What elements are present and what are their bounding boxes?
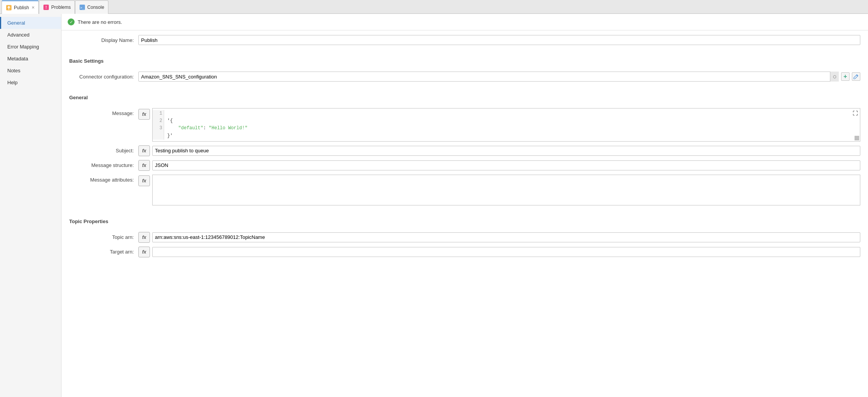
connector-config-controls: Amazon_SNS_SNS_configuration ▲▼ + <box>138 72 860 82</box>
tab-publish-label: Publish <box>14 5 29 10</box>
code-content: 1 2 3 '{ "default": "Hello World!" }' <box>153 108 860 141</box>
display-name-label: Display Name: <box>69 37 138 43</box>
subject-input[interactable] <box>152 146 860 156</box>
problems-tab-icon: ! <box>43 4 49 10</box>
basic-settings-section: Connector configuration: Amazon_SNS_SNS_… <box>62 67 868 90</box>
message-structure-label: Message structure: <box>69 162 138 168</box>
status-ok-icon: ✓ <box>68 18 75 25</box>
target-arn-fx-button[interactable]: fx <box>138 247 150 257</box>
add-connector-button[interactable]: + <box>841 72 850 81</box>
target-arn-row: Target arn: fx <box>69 247 860 257</box>
message-fx-button[interactable]: fx <box>138 109 150 120</box>
topic-arn-fx-button[interactable]: fx <box>138 232 150 243</box>
subject-row: Subject: fx <box>69 145 860 156</box>
topic-properties-title: Topic Properties <box>69 219 860 224</box>
sidebar-item-general[interactable]: General <box>0 17 61 29</box>
sidebar-item-notes[interactable]: Notes <box>0 65 61 77</box>
tab-publish-close[interactable]: ✕ <box>32 5 35 10</box>
target-arn-label: Target arn: <box>69 249 138 255</box>
sidebar-item-metadata[interactable]: Metadata <box>0 53 61 65</box>
line-numbers: 1 2 3 <box>153 110 164 140</box>
console-tab-icon: >_ <box>79 4 85 10</box>
svg-text:>_: >_ <box>80 6 85 10</box>
subject-label: Subject: <box>69 148 138 153</box>
message-structure-row: Message structure: fx <box>69 160 860 171</box>
status-bar: ✓ There are no errors. <box>62 14 868 30</box>
tab-console-label: Console <box>87 5 104 10</box>
svg-text:!: ! <box>46 5 47 10</box>
message-structure-fx-button[interactable]: fx <box>138 160 150 171</box>
subject-fx-button[interactable]: fx <box>138 145 150 156</box>
message-attributes-label: Message attributes: <box>69 175 138 183</box>
message-code-editor[interactable]: 1 2 3 '{ "default": "Hello World!" }' <box>152 108 860 142</box>
resize-handle[interactable] <box>855 136 859 140</box>
expand-icon[interactable] <box>852 110 858 118</box>
tab-bar: Publish ✕ ! Problems >_ Console <box>0 0 868 14</box>
message-attributes-row: Message attributes: fx <box>69 175 860 205</box>
topic-arn-row: Topic arn: fx <box>69 232 860 243</box>
message-attributes-input[interactable] <box>152 175 860 205</box>
connector-config-label: Connector configuration: <box>69 74 138 80</box>
target-arn-input[interactable] <box>152 247 860 257</box>
tab-publish[interactable]: Publish ✕ <box>2 0 39 14</box>
basic-settings-title: Basic Settings <box>69 58 860 64</box>
tab-console[interactable]: >_ Console <box>75 0 108 14</box>
display-name-row: Display Name: <box>69 35 860 45</box>
sidebar-item-advanced[interactable]: Advanced <box>0 29 61 41</box>
general-section: Message: fx 1 2 3 '{ "default": "Hello W… <box>62 103 868 214</box>
connector-config-select[interactable]: Amazon_SNS_SNS_configuration <box>138 72 839 82</box>
edit-connector-button[interactable] <box>852 72 860 81</box>
publish-tab-icon <box>6 5 12 11</box>
display-name-input[interactable] <box>138 35 860 45</box>
tab-problems[interactable]: ! Problems <box>39 0 75 14</box>
message-attributes-fx-button[interactable]: fx <box>138 175 150 186</box>
sidebar: General Advanced Error Mapping Metadata … <box>0 14 62 397</box>
tab-problems-label: Problems <box>51 5 71 10</box>
message-row: Message: fx 1 2 3 '{ "default": "Hello W… <box>69 108 860 142</box>
code-body: '{ "default": "Hello World!" }' <box>164 110 251 140</box>
topic-arn-label: Topic arn: <box>69 234 138 240</box>
connector-config-row: Connector configuration: Amazon_SNS_SNS_… <box>69 72 860 82</box>
main-layout: General Advanced Error Mapping Metadata … <box>0 14 868 397</box>
message-label: Message: <box>69 108 138 116</box>
sidebar-item-error-mapping[interactable]: Error Mapping <box>0 41 61 53</box>
status-message: There are no errors. <box>78 19 122 25</box>
connector-select-wrapper: Amazon_SNS_SNS_configuration ▲▼ <box>138 72 839 82</box>
topic-arn-input[interactable] <box>152 232 860 242</box>
content-area: ✓ There are no errors. Display Name: Bas… <box>62 14 868 397</box>
general-section-title: General <box>69 95 860 100</box>
message-structure-input[interactable] <box>152 160 860 170</box>
display-name-section: Display Name: <box>62 30 868 53</box>
sidebar-item-help[interactable]: Help <box>0 77 61 88</box>
topic-properties-section: Topic arn: fx Target arn: fx <box>62 227 868 266</box>
